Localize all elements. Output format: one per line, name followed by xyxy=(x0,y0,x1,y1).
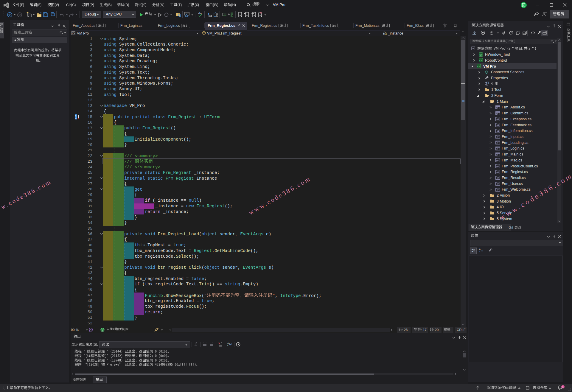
svg-text:C#: C# xyxy=(477,65,481,68)
svg-text:ab: ab xyxy=(227,342,230,344)
svg-text:Z: Z xyxy=(479,250,481,252)
svg-text:c: c xyxy=(227,344,229,346)
svg-text:G: G xyxy=(75,118,77,119)
svg-text:C#: C# xyxy=(479,59,483,62)
svg-text:B: B xyxy=(75,115,77,117)
svg-text:C#: C# xyxy=(72,32,75,35)
svg-text:C#: C# xyxy=(479,54,483,56)
